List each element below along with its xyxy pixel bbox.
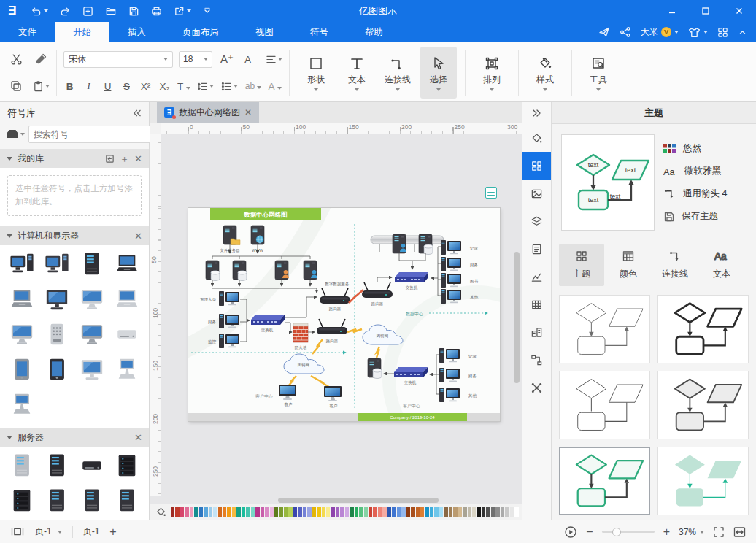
text-style-button[interactable]: T bbox=[177, 81, 190, 92]
symbol-imac[interactable] bbox=[74, 285, 109, 314]
color-swatch[interactable] bbox=[204, 507, 207, 517]
color-swatch[interactable] bbox=[180, 507, 184, 517]
color-swatch[interactable] bbox=[501, 507, 504, 517]
select-tool-button[interactable]: 选择 bbox=[420, 47, 457, 99]
node-pc-finance2[interactable] bbox=[441, 257, 461, 272]
color-swatch[interactable] bbox=[288, 507, 292, 517]
page-selector[interactable]: 页-1 bbox=[35, 525, 62, 538]
color-swatch[interactable] bbox=[261, 507, 264, 517]
symbol-imac[interactable] bbox=[74, 320, 109, 349]
theme-thumbnail-5[interactable] bbox=[559, 447, 650, 515]
tab-connectors[interactable]: 连接线 bbox=[652, 244, 698, 286]
zoom-out-button[interactable]: − bbox=[586, 525, 593, 539]
color-swatch[interactable] bbox=[242, 507, 245, 517]
color-swatch[interactable] bbox=[345, 507, 349, 517]
symbol-laptop[interactable] bbox=[109, 285, 144, 314]
color-swatch[interactable] bbox=[406, 507, 410, 517]
arrange-button[interactable]: 排列 bbox=[474, 47, 510, 99]
color-swatch[interactable] bbox=[232, 507, 236, 517]
color-swatch[interactable] bbox=[298, 507, 301, 517]
color-swatch[interactable] bbox=[359, 507, 363, 517]
flowchart-panel-icon[interactable] bbox=[522, 346, 552, 374]
symbol-imac[interactable] bbox=[4, 320, 39, 349]
node-switch-right[interactable] bbox=[395, 272, 428, 282]
tools-button[interactable]: 工具 bbox=[580, 47, 617, 99]
cut-button[interactable] bbox=[7, 50, 25, 68]
superscript-button[interactable]: X² bbox=[139, 81, 152, 92]
align-button[interactable] bbox=[265, 50, 282, 68]
close-button[interactable] bbox=[722, 0, 756, 22]
add-symbol-icon[interactable]: ＋ bbox=[120, 154, 129, 163]
lightning-link-1[interactable] bbox=[312, 339, 323, 354]
decrease-font-button[interactable]: A⁻ bbox=[242, 50, 259, 68]
zoom-slider-thumb[interactable] bbox=[612, 528, 621, 536]
menu-tab-1[interactable]: 文件 bbox=[0, 22, 55, 42]
symbol-tablet[interactable] bbox=[39, 355, 74, 384]
collapse-ribbon-icon[interactable] bbox=[738, 28, 747, 37]
theme-thumbnail-4[interactable] bbox=[657, 371, 749, 439]
color-swatch[interactable] bbox=[444, 507, 447, 517]
color-swatch[interactable] bbox=[387, 507, 391, 517]
color-swatch[interactable] bbox=[453, 507, 457, 517]
symbol-search-input[interactable] bbox=[34, 129, 147, 139]
node-pc-other2[interactable] bbox=[439, 388, 460, 402]
color-swatch[interactable] bbox=[175, 507, 179, 517]
color-swatch[interactable] bbox=[255, 507, 259, 517]
node-pc-library[interactable] bbox=[441, 273, 461, 288]
symbol-kiosk[interactable] bbox=[109, 355, 144, 384]
color-swatch[interactable] bbox=[434, 507, 438, 517]
section-servers[interactable]: 服务器 ✕ bbox=[0, 428, 149, 447]
symbol-tower[interactable] bbox=[4, 451, 39, 480]
color-swatch[interactable] bbox=[350, 507, 353, 517]
color-swatch[interactable] bbox=[317, 507, 320, 517]
chart-panel-icon[interactable] bbox=[522, 263, 552, 290]
minimize-button[interactable] bbox=[655, 0, 689, 22]
menu-tab-5[interactable]: 视图 bbox=[237, 22, 292, 42]
symbol-search-box[interactable] bbox=[28, 126, 165, 143]
vertical-scrollbar[interactable] bbox=[514, 252, 520, 383]
color-swatch[interactable] bbox=[510, 507, 514, 517]
symbol-laptop[interactable] bbox=[4, 285, 39, 314]
maximize-button[interactable] bbox=[689, 0, 722, 22]
color-swatch[interactable] bbox=[336, 507, 339, 517]
color-swatch[interactable] bbox=[411, 507, 414, 517]
symbol-tower[interactable] bbox=[74, 250, 109, 279]
collapse-section-icon[interactable] bbox=[7, 157, 12, 161]
color-swatch[interactable] bbox=[199, 507, 203, 517]
color-swatch[interactable] bbox=[486, 507, 490, 517]
color-swatch[interactable] bbox=[284, 507, 288, 517]
node-client-1[interactable] bbox=[279, 385, 296, 400]
symbol-kiosk[interactable] bbox=[4, 390, 39, 419]
menu-tab-7[interactable]: 帮助 bbox=[347, 22, 401, 42]
fill-color-icon[interactable] bbox=[155, 507, 166, 517]
color-swatch[interactable] bbox=[463, 507, 466, 517]
color-swatch[interactable] bbox=[458, 507, 462, 517]
symbol-tower[interactable] bbox=[39, 486, 74, 515]
node-client-2[interactable] bbox=[324, 386, 342, 401]
theme-thumbnail-6[interactable] bbox=[657, 447, 749, 515]
text-tool-button[interactable]: 文本 bbox=[339, 47, 375, 99]
color-swatch[interactable] bbox=[369, 507, 372, 517]
copy-button[interactable] bbox=[7, 77, 25, 95]
open-file-button[interactable] bbox=[99, 0, 123, 22]
import-library-icon[interactable] bbox=[105, 154, 115, 163]
drawing-page[interactable]: 数据中心网络图 文件服务器 WWW bbox=[188, 208, 500, 421]
node-pc-finance3[interactable] bbox=[439, 368, 460, 382]
symbol-tower[interactable] bbox=[109, 486, 144, 515]
symbol-tablet[interactable] bbox=[4, 355, 39, 384]
expand-panel-icon[interactable] bbox=[522, 102, 552, 124]
symbol-monitor[interactable] bbox=[39, 285, 74, 314]
theme-panel-icon[interactable] bbox=[522, 152, 552, 180]
vertical-ruler[interactable]: 50100150200250 bbox=[150, 134, 161, 496]
save-theme-option[interactable]: 保存主题 bbox=[663, 210, 750, 223]
menu-tab-6[interactable]: 符号 bbox=[292, 22, 347, 42]
close-section-icon[interactable]: ✕ bbox=[134, 231, 142, 241]
color-swatch[interactable] bbox=[185, 507, 188, 517]
node-switch-bottom[interactable] bbox=[394, 367, 428, 377]
new-document-button[interactable] bbox=[77, 0, 99, 22]
node-user-server-2[interactable] bbox=[304, 261, 317, 280]
undo-button[interactable] bbox=[25, 0, 54, 22]
color-swatch[interactable] bbox=[364, 507, 368, 517]
theme-preview-card[interactable]: texttexttexttext bbox=[561, 134, 655, 231]
symbol-laptop[interactable] bbox=[109, 250, 144, 279]
